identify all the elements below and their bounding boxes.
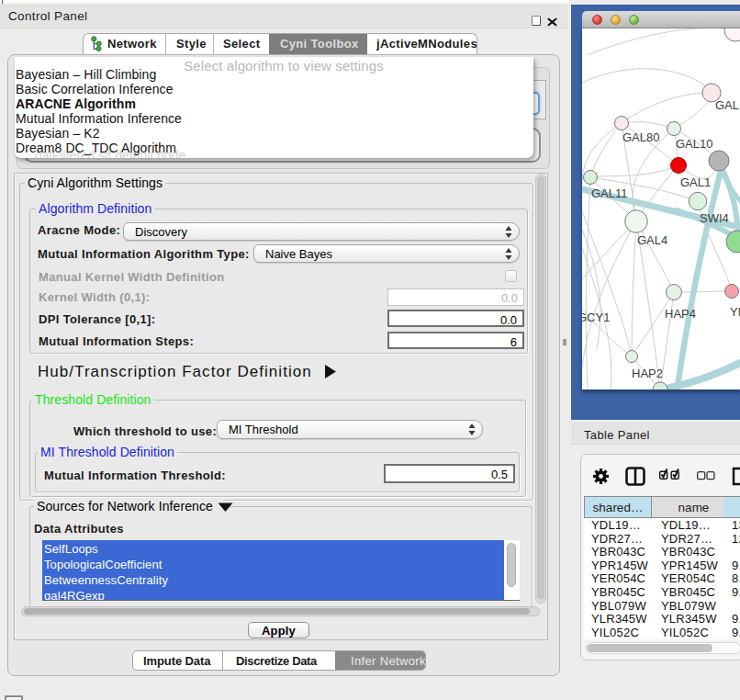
svg-text:GAL4: GAL4 [637,233,667,247]
svg-text:HAP2: HAP2 [632,367,663,380]
svg-text:SWI4: SWI4 [700,211,729,225]
svg-text:YM: YM [730,305,740,319]
svg-text:GAL: GAL [715,98,739,112]
svg-text:HAP4: HAP4 [665,307,696,321]
svg-text:GAL1: GAL1 [680,175,711,189]
svg-text:GAL10: GAL10 [676,137,712,151]
svg-text:GAL80: GAL80 [622,130,659,144]
svg-text:GAL11: GAL11 [591,186,628,200]
svg-text:GCY1: GCY1 [582,310,610,324]
